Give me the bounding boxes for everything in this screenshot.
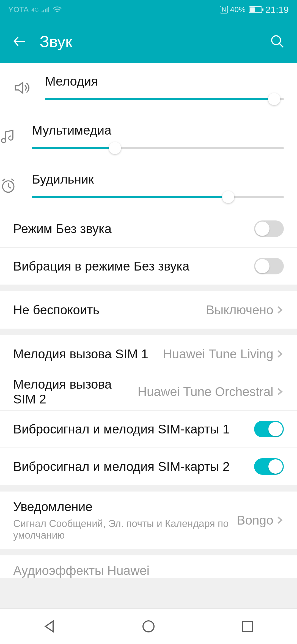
vibrate-sim2-row[interactable]: Вибросигнал и мелодия SIM-карты 2 bbox=[0, 447, 297, 485]
back-arrow-icon bbox=[12, 34, 28, 49]
ringtone-volume-row: Мелодия bbox=[0, 63, 297, 112]
media-volume-slider[interactable] bbox=[32, 147, 284, 149]
silent-mode-label: Режим Без звука bbox=[13, 221, 254, 236]
notification-sound-sublabel: Сигнал Сообщений, Эл. почты и Календаря … bbox=[13, 518, 237, 541]
do-not-disturb-row[interactable]: Не беспокоить Выключено bbox=[0, 291, 297, 329]
status-bar: YOTA 4G N 40% 21:19 bbox=[0, 0, 297, 19]
alarm-volume-label: Будильник bbox=[32, 172, 284, 187]
wifi-icon bbox=[53, 6, 62, 13]
svg-point-0 bbox=[272, 36, 280, 45]
nav-recent-button[interactable] bbox=[235, 614, 260, 639]
vibrate-in-silent-row[interactable]: Вибрация в режиме Без звука bbox=[0, 247, 297, 285]
media-volume-row: Мультимедиа bbox=[0, 112, 297, 161]
vibrate-sim2-switch[interactable] bbox=[254, 458, 284, 475]
back-button[interactable] bbox=[11, 32, 29, 50]
app-bar: Звук bbox=[0, 19, 297, 63]
search-button[interactable] bbox=[268, 32, 286, 50]
speaker-icon bbox=[13, 79, 30, 96]
ringtone-volume-slider[interactable] bbox=[45, 98, 284, 100]
status-left: YOTA 4G bbox=[8, 5, 62, 14]
notification-sound-value: Bongo bbox=[237, 513, 273, 528]
notification-sound-label: Уведомление bbox=[13, 499, 237, 514]
svg-point-2 bbox=[143, 621, 154, 632]
ringtone-sim2-label: Мелодия вызова SIM 2 bbox=[13, 377, 138, 406]
chevron-right-icon bbox=[276, 350, 284, 358]
vibrate-sim2-label: Вибросигнал и мелодия SIM-карты 2 bbox=[13, 459, 254, 474]
silent-mode-switch[interactable] bbox=[254, 220, 284, 237]
content-scroll[interactable]: Мелодия Мультимедиа bbox=[0, 63, 297, 608]
vibrate-in-silent-label: Вибрация в режиме Без звука bbox=[13, 259, 254, 274]
search-icon bbox=[270, 34, 285, 49]
carrier-label: YOTA bbox=[8, 5, 29, 14]
navigation-bar bbox=[0, 608, 297, 644]
page-title: Звук bbox=[40, 32, 257, 51]
battery-icon bbox=[248, 6, 263, 13]
triangle-back-icon bbox=[42, 619, 57, 634]
chevron-right-icon bbox=[276, 516, 284, 524]
nav-home-button[interactable] bbox=[136, 614, 161, 639]
alarm-clock-icon bbox=[0, 177, 16, 194]
nfc-icon: N bbox=[220, 6, 228, 13]
vibrate-sim1-label: Вибросигнал и мелодия SIM-карты 1 bbox=[13, 422, 254, 436]
chevron-right-icon bbox=[276, 388, 284, 396]
alarm-volume-row: Будильник bbox=[0, 161, 297, 210]
ringtone-sim1-value: Huawei Tune Living bbox=[163, 346, 273, 361]
vibrate-in-silent-switch[interactable] bbox=[254, 258, 284, 274]
ringtone-sim1-row[interactable]: Мелодия вызова SIM 1 Huawei Tune Living bbox=[0, 335, 297, 373]
clock-label: 21:19 bbox=[265, 4, 289, 15]
nav-back-button[interactable] bbox=[37, 614, 62, 639]
ringtone-sim2-value: Huawei Tune Orchestral bbox=[138, 384, 273, 399]
signal-icon bbox=[42, 6, 50, 13]
ringtone-sim2-row[interactable]: Мелодия вызова SIM 2 Huawei Tune Orchest… bbox=[0, 373, 297, 410]
alarm-volume-slider[interactable] bbox=[32, 196, 284, 198]
silent-mode-row[interactable]: Режим Без звука bbox=[0, 210, 297, 247]
do-not-disturb-label: Не беспокоить bbox=[13, 302, 206, 317]
music-note-icon bbox=[0, 128, 16, 145]
alarm-icon bbox=[0, 167, 32, 194]
ringtone-volume-label: Мелодия bbox=[45, 74, 284, 89]
ringtone-icon bbox=[13, 69, 45, 96]
media-volume-label: Мультимедиа bbox=[32, 123, 284, 138]
vibrate-sim1-row[interactable]: Вибросигнал и мелодия SIM-карты 1 bbox=[0, 410, 297, 447]
chevron-right-icon bbox=[276, 306, 284, 314]
battery-fill bbox=[250, 7, 255, 12]
huawei-audio-effects-label: Аудиоэффекты Huawei bbox=[13, 563, 149, 578]
huawei-audio-effects-row[interactable]: Аудиоэффекты Huawei bbox=[0, 555, 297, 578]
status-right: N 40% 21:19 bbox=[220, 4, 289, 15]
battery-percent: 40% bbox=[230, 5, 246, 14]
notification-sound-row[interactable]: Уведомление Сигнал Сообщений, Эл. почты … bbox=[0, 492, 297, 549]
svg-rect-3 bbox=[243, 621, 252, 631]
ringtone-sim1-label: Мелодия вызова SIM 1 bbox=[13, 346, 163, 361]
square-recent-icon bbox=[241, 620, 254, 633]
media-icon bbox=[0, 118, 32, 145]
do-not-disturb-value: Выключено bbox=[206, 302, 273, 317]
network-type-label: 4G bbox=[31, 7, 39, 13]
circle-home-icon bbox=[141, 619, 156, 634]
vibrate-sim1-switch[interactable] bbox=[254, 421, 284, 437]
